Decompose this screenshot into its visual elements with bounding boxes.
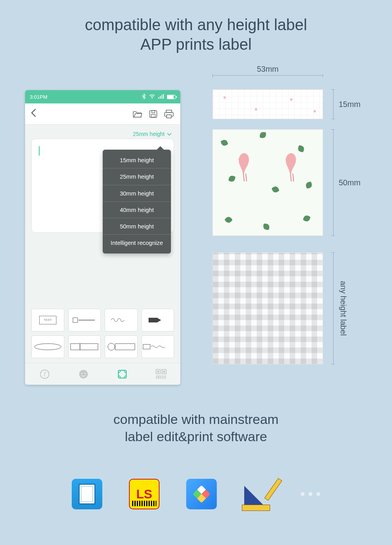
template-grid: TEXT bbox=[31, 309, 174, 358]
tab-emoji-icon[interactable] bbox=[78, 368, 89, 380]
svg-rect-17 bbox=[80, 344, 98, 350]
app-toolbar bbox=[25, 103, 180, 125]
height-option-50[interactable]: 50mm height bbox=[103, 218, 171, 235]
dimension-width: 53mm bbox=[212, 75, 323, 76]
svg-rect-3 bbox=[162, 95, 162, 99]
bluetooth-icon bbox=[142, 94, 146, 100]
svg-point-24 bbox=[81, 373, 82, 374]
sub-line1: compatible with mainstream bbox=[0, 411, 392, 428]
svg-rect-5 bbox=[150, 110, 157, 118]
template-8[interactable] bbox=[142, 335, 174, 358]
text-caret bbox=[39, 146, 40, 156]
height-option-auto[interactable]: Intelligent recognize bbox=[103, 235, 171, 251]
svg-point-0 bbox=[152, 98, 152, 99]
sub-line2: label edit&print software bbox=[0, 428, 392, 445]
dimension-50mm-label: 50mm bbox=[339, 178, 361, 187]
svg-point-15 bbox=[34, 344, 61, 350]
phone-screenshot: 3:01PM 25mm heig bbox=[25, 90, 180, 385]
tab-barcode-icon[interactable] bbox=[155, 368, 167, 380]
software-icon-1 bbox=[72, 479, 102, 509]
more-icon bbox=[301, 492, 320, 496]
bottom-tabbar: T bbox=[25, 363, 180, 385]
save-icon[interactable] bbox=[147, 108, 159, 120]
height-option-25[interactable]: 25mm height bbox=[103, 168, 171, 185]
svg-rect-26 bbox=[118, 370, 126, 378]
dimension-15mm: 15mm bbox=[333, 89, 334, 119]
svg-marker-14 bbox=[157, 318, 161, 322]
status-bar: 3:01PM bbox=[25, 90, 180, 103]
sample-label-15mm bbox=[212, 89, 323, 119]
template-2[interactable] bbox=[68, 309, 101, 331]
svg-rect-11 bbox=[73, 318, 78, 322]
svg-rect-4 bbox=[163, 94, 164, 99]
sample-label-anyheight bbox=[212, 252, 323, 364]
dimension-50mm: 50mm bbox=[333, 129, 334, 236]
template-7[interactable] bbox=[105, 335, 138, 358]
svg-rect-2 bbox=[160, 96, 161, 99]
svg-point-23 bbox=[79, 370, 88, 378]
svg-rect-8 bbox=[166, 110, 172, 112]
height-option-40[interactable]: 40mm height bbox=[103, 202, 171, 218]
template-text[interactable]: TEXT bbox=[31, 309, 64, 331]
chevron-down-icon bbox=[167, 131, 172, 137]
sub-headline: compatible with mainstream label edit&pr… bbox=[0, 411, 392, 445]
svg-rect-7 bbox=[151, 114, 155, 117]
software-icon-4 bbox=[243, 479, 274, 509]
svg-rect-6 bbox=[152, 110, 155, 113]
sample-label-50mm bbox=[212, 129, 323, 236]
height-option-30[interactable]: 30mm height bbox=[103, 185, 171, 202]
software-icon-ls-text: LS bbox=[136, 488, 152, 500]
wifi-icon bbox=[149, 94, 155, 100]
folder-open-icon[interactable] bbox=[132, 108, 143, 120]
svg-rect-1 bbox=[158, 97, 159, 99]
dimension-anyheight-label: any height label bbox=[339, 281, 348, 336]
svg-rect-28 bbox=[157, 371, 159, 373]
back-button[interactable] bbox=[31, 108, 36, 120]
template-4[interactable] bbox=[142, 309, 174, 331]
battery-icon bbox=[167, 95, 176, 99]
svg-rect-16 bbox=[71, 344, 80, 350]
svg-rect-13 bbox=[149, 318, 157, 322]
page-headline: compatible with any height label APP pri… bbox=[0, 0, 392, 54]
dimension-15mm-label: 15mm bbox=[339, 100, 361, 109]
svg-rect-20 bbox=[143, 344, 150, 349]
software-icon-3 bbox=[186, 479, 217, 509]
signal-icon bbox=[158, 94, 164, 100]
svg-point-25 bbox=[84, 373, 85, 374]
tab-template-icon[interactable] bbox=[116, 368, 128, 380]
svg-rect-19 bbox=[115, 344, 135, 350]
tab-text-icon[interactable]: T bbox=[39, 368, 51, 380]
status-time: 3:01PM bbox=[30, 94, 47, 100]
svg-rect-30 bbox=[163, 371, 165, 373]
headline-line2: APP prints label bbox=[0, 34, 392, 54]
software-icon-ls: LS bbox=[129, 479, 160, 509]
headline-line1: compatible with any height label bbox=[0, 15, 392, 34]
svg-text:T: T bbox=[43, 371, 47, 377]
software-icons-row: LS bbox=[0, 479, 392, 509]
template-text-label: TEXT bbox=[39, 316, 56, 324]
template-5[interactable] bbox=[31, 335, 64, 358]
height-option-15[interactable]: 15mm height bbox=[103, 152, 171, 168]
dimension-width-label: 53mm bbox=[257, 65, 279, 74]
template-3[interactable] bbox=[105, 309, 138, 331]
height-current: 25mm height bbox=[133, 131, 165, 137]
svg-rect-10 bbox=[167, 115, 171, 118]
template-6[interactable] bbox=[68, 335, 101, 358]
height-dropdown: 15mm height 25mm height 30mm height 40mm… bbox=[103, 150, 171, 253]
height-selector[interactable]: 25mm height bbox=[31, 129, 174, 139]
print-icon[interactable] bbox=[163, 108, 175, 120]
dimension-anyheight: any height label bbox=[333, 252, 334, 364]
svg-point-18 bbox=[108, 343, 115, 350]
